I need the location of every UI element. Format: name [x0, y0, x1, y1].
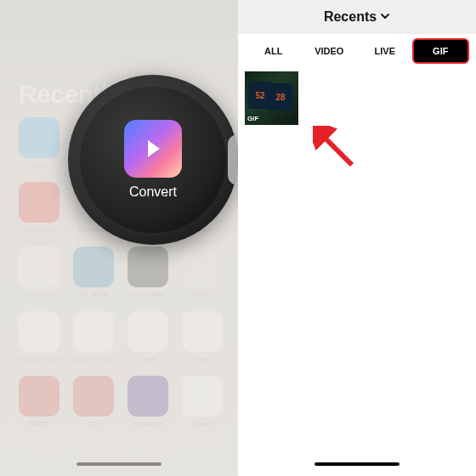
- home-indicator: [76, 462, 162, 466]
- gif-badge: GIF: [247, 115, 258, 122]
- app-context-menu[interactable]: Convert: [68, 75, 238, 245]
- media-grid: 52 28 GIF: [238, 68, 476, 128]
- filter-tabs: ALLVIDEOLIVEGIF: [238, 34, 476, 68]
- convert-app-icon: [124, 120, 182, 178]
- jersey-detail: 28: [269, 83, 292, 110]
- convert-app-label: Convert: [129, 184, 177, 200]
- chevron-down-icon: [380, 9, 390, 25]
- media-thumbnail[interactable]: 52 28 GIF: [245, 71, 298, 125]
- album-dropdown-label: Recents: [324, 9, 377, 25]
- album-dropdown[interactable]: Recents: [238, 0, 476, 34]
- home-indicator: [314, 462, 400, 466]
- homescreen-left: Recently ClipsDictionaryDictionaryFlipbo…: [0, 0, 238, 476]
- tab-gif[interactable]: GIF: [414, 40, 468, 62]
- tab-all[interactable]: ALL: [246, 40, 301, 62]
- tab-live[interactable]: LIVE: [358, 40, 412, 62]
- tab-video[interactable]: VIDEO: [303, 40, 357, 62]
- picker-right: Recents ALLVIDEOLIVEGIF 52 28 GIF: [238, 0, 476, 476]
